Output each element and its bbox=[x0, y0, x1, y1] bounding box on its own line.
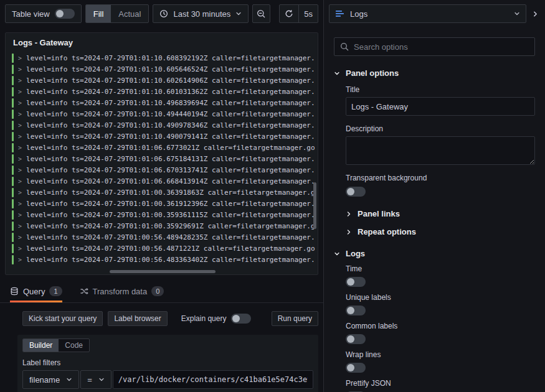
log-line[interactable]: > level=info ts=2024-07-29T01:01:10.4909… bbox=[12, 119, 315, 131]
log-level-bar bbox=[12, 222, 14, 231]
panel-title-input[interactable] bbox=[346, 97, 535, 116]
log-level-bar bbox=[12, 199, 14, 208]
visualization-picker[interactable]: Logs bbox=[329, 4, 526, 23]
logs-option-toggle[interactable] bbox=[346, 334, 366, 344]
transparent-background-toggle[interactable] bbox=[346, 187, 366, 197]
filter-label-value: filename bbox=[29, 375, 60, 385]
collapse-options-pane-button[interactable] bbox=[529, 4, 541, 23]
log-expand-chevron-icon[interactable]: > bbox=[18, 55, 22, 62]
log-expand-chevron-icon[interactable]: > bbox=[18, 200, 22, 207]
panel-links-section-header[interactable]: Panel links bbox=[346, 209, 535, 218]
log-line[interactable]: > level=info ts=2024-07-29T01:01:00.3639… bbox=[12, 187, 315, 198]
log-line[interactable]: > level=info ts=2024-07-29T01:01:00.3592… bbox=[12, 220, 315, 231]
log-expand-chevron-icon[interactable]: > bbox=[18, 88, 22, 95]
log-expand-chevron-icon[interactable]: > bbox=[18, 156, 22, 162]
log-line-text: level=info ts=2024-07-29T01:01:06.670313… bbox=[26, 166, 315, 174]
panel-description-textarea[interactable] bbox=[346, 136, 535, 165]
label-browser-button[interactable]: Label browser bbox=[108, 311, 167, 326]
log-line[interactable]: > level=info ts=2024-07-29T01:01:10.6083… bbox=[12, 52, 315, 63]
log-expand-chevron-icon[interactable]: > bbox=[18, 245, 22, 252]
filter-label-select[interactable]: filename bbox=[22, 370, 79, 389]
kick-start-query-button[interactable]: Kick start your query bbox=[22, 311, 103, 326]
editor-tab-bar: Query 1 Transform data 0 bbox=[0, 280, 323, 303]
log-line[interactable]: > level=info ts=2024-07-29T01:01:10.4900… bbox=[12, 131, 315, 142]
repeat-options-section-header[interactable]: Repeat options bbox=[346, 227, 535, 236]
run-query-button[interactable]: Run query bbox=[272, 311, 318, 326]
log-expand-chevron-icon[interactable]: > bbox=[18, 167, 22, 174]
explain-query-label: Explain query bbox=[181, 314, 227, 323]
code-mode-option[interactable]: Code bbox=[59, 339, 89, 352]
log-expand-chevron-icon[interactable]: > bbox=[18, 77, 22, 84]
log-line[interactable]: > level=info ts=2024-07-29T01:01:10.4968… bbox=[12, 97, 315, 108]
table-view-toggle[interactable] bbox=[55, 9, 75, 19]
options-search-input[interactable] bbox=[354, 42, 529, 52]
logs-option-toggle[interactable] bbox=[346, 363, 366, 373]
log-level-bar bbox=[12, 65, 14, 74]
builder-mode-option[interactable]: Builder bbox=[23, 339, 59, 352]
refresh-icon bbox=[285, 9, 293, 18]
log-expand-chevron-icon[interactable]: > bbox=[18, 122, 22, 129]
log-expand-chevron-icon[interactable]: > bbox=[18, 100, 22, 106]
grafana-panel-editor: Table view Fill Actual Last 30 minutes bbox=[0, 0, 545, 392]
filter-value-input[interactable] bbox=[113, 370, 313, 389]
actual-option[interactable]: Actual bbox=[111, 5, 148, 22]
tab-query[interactable]: Query 1 bbox=[10, 280, 62, 302]
logs-option-field: Time bbox=[346, 264, 535, 287]
log-expand-chevron-icon[interactable]: > bbox=[18, 66, 22, 73]
log-expand-chevron-icon[interactable]: > bbox=[18, 212, 22, 218]
logs-option-toggle[interactable] bbox=[346, 277, 366, 287]
query-row-card: Builder Code Label filters filename = bbox=[17, 335, 318, 392]
zoom-out-button[interactable] bbox=[252, 4, 270, 23]
vertical-scrollbar-thumb[interactable] bbox=[313, 182, 316, 229]
tab-transform-data[interactable]: Transform data 0 bbox=[80, 280, 164, 302]
options-pane-header: Logs bbox=[324, 0, 545, 27]
log-line[interactable]: > level=info ts=2024-07-29T01:01:10.6010… bbox=[12, 86, 315, 97]
log-line[interactable]: > level=info ts=2024-07-29T01:01:00.3593… bbox=[12, 209, 315, 220]
explain-query-toggle[interactable] bbox=[231, 314, 251, 324]
zoom-out-icon bbox=[257, 9, 266, 19]
log-level-bar bbox=[12, 54, 14, 63]
log-line[interactable]: > level=info ts=2024-07-29T01:01:06.6751… bbox=[12, 153, 315, 164]
log-expand-chevron-icon[interactable]: > bbox=[18, 189, 22, 196]
logs-section-header[interactable]: Logs bbox=[334, 249, 535, 258]
refresh-interval-button[interactable]: 5s bbox=[298, 5, 318, 22]
log-line[interactable]: > level=info ts=2024-07-29T01:01:10.6056… bbox=[12, 63, 315, 75]
log-line[interactable]: > level=info ts=2024-07-29T01:01:06.6684… bbox=[12, 175, 315, 187]
log-level-bar bbox=[12, 177, 14, 186]
log-line-text: level=info ts=2024-07-29T01:01:10.490079… bbox=[26, 133, 315, 141]
log-expand-chevron-icon[interactable]: > bbox=[18, 256, 22, 263]
log-line[interactable]: > level=info ts=2024-07-29T01:00:56.4894… bbox=[12, 231, 315, 243]
refresh-button[interactable] bbox=[280, 5, 298, 22]
chevron-down-icon bbox=[514, 11, 520, 17]
log-line[interactable]: > level=info ts=2024-07-29T01:01:06.6773… bbox=[12, 142, 315, 153]
log-line[interactable]: > level=info ts=2024-07-29T01:01:10.4944… bbox=[12, 108, 315, 119]
fill-option[interactable]: Fill bbox=[86, 5, 111, 22]
log-expand-chevron-icon[interactable]: > bbox=[18, 144, 22, 151]
filter-operator-select[interactable]: = bbox=[80, 370, 111, 389]
log-line[interactable]: > level=info ts=2024-07-29T01:00:56.4833… bbox=[12, 254, 315, 265]
chevron-down-icon bbox=[66, 376, 72, 383]
panel-options-section-body: Title Description Transparent background… bbox=[334, 85, 535, 236]
log-line-text: level=info ts=2024-07-29T01:01:10.605646… bbox=[26, 65, 315, 73]
log-level-bar bbox=[12, 143, 14, 152]
log-expand-chevron-icon[interactable]: > bbox=[18, 223, 22, 230]
log-line[interactable]: > level=info ts=2024-07-29T01:00:56.4871… bbox=[12, 243, 315, 254]
logs-option-toggle[interactable] bbox=[346, 306, 366, 315]
log-line[interactable]: > level=info ts=2024-07-29T01:01:10.6026… bbox=[12, 75, 315, 86]
chevron-down-icon bbox=[235, 11, 242, 17]
log-expand-chevron-icon[interactable]: > bbox=[18, 111, 22, 118]
log-level-bar bbox=[12, 132, 14, 141]
horizontal-scrollbar-thumb[interactable] bbox=[110, 270, 216, 273]
log-line[interactable]: > level=info ts=2024-07-29T01:01:06.6703… bbox=[12, 164, 315, 175]
label-filters-label: Label filters bbox=[22, 358, 313, 367]
log-expand-chevron-icon[interactable]: > bbox=[18, 178, 22, 185]
log-line-text: level=info ts=2024-07-29T01:01:06.668413… bbox=[26, 177, 315, 185]
panel-options-section-header[interactable]: Panel options bbox=[334, 68, 535, 78]
log-expand-chevron-icon[interactable]: > bbox=[18, 234, 22, 241]
chevron-down-icon bbox=[334, 251, 340, 257]
shuffle-icon bbox=[80, 287, 88, 296]
panel-links-label: Panel links bbox=[358, 209, 400, 218]
log-expand-chevron-icon[interactable]: > bbox=[18, 133, 22, 140]
time-range-picker[interactable]: Last 30 minutes bbox=[153, 4, 249, 23]
log-line[interactable]: > level=info ts=2024-07-29T01:01:00.3619… bbox=[12, 198, 315, 209]
